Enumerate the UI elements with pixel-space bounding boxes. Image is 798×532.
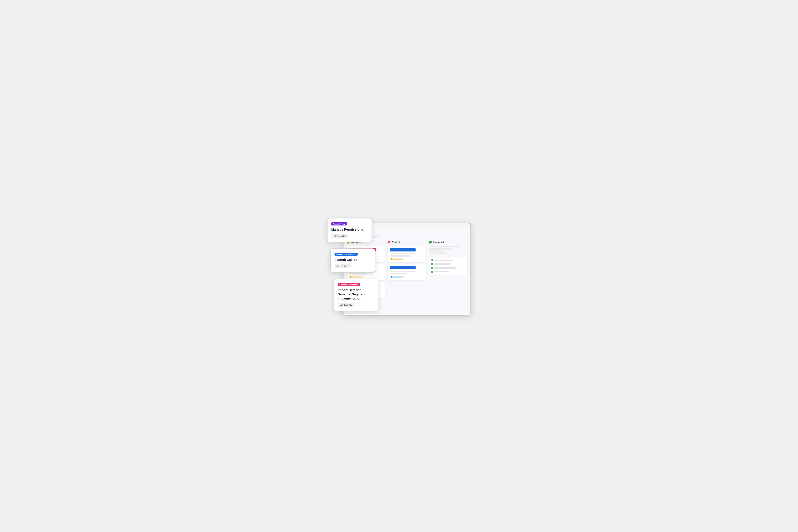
scene: ✏ In Progress: [327, 216, 471, 316]
kanban-card-bl-2[interactable]: [388, 264, 426, 280]
pill-line-orange3: [393, 259, 403, 260]
column-header-blocked: ■ Blocked: [388, 241, 426, 244]
card-line: [348, 273, 366, 274]
check-line: [434, 260, 453, 261]
card-line: [390, 273, 407, 274]
column-completed: ✓ Completed ✓: [429, 241, 467, 311]
check-mark-3: ✓: [431, 267, 432, 269]
card-date-pill-orange: [348, 276, 363, 278]
checklist-item-4: ✓: [431, 271, 466, 273]
completed-checklist: ✓ ✓ ✓: [429, 257, 467, 275]
card-tag-audience-management: Audience Management: [338, 283, 360, 286]
completed-label: Completed: [433, 241, 444, 243]
check-mark-1: ✓: [431, 260, 432, 261]
comp-line: [429, 253, 448, 254]
blocked-label: Blocked: [392, 241, 400, 243]
card-tag-launch-calls: Launch Calls & Training: [335, 252, 358, 256]
checklist-item-3: ✓: [431, 267, 466, 269]
card-date-1: Jun 15, 2022: [331, 234, 348, 238]
check-line: [434, 263, 450, 265]
card-date-pill-orange3: [390, 258, 404, 261]
comp-line: [429, 250, 444, 252]
card-title-manage-permissions: Manage Permissions: [331, 227, 368, 231]
kanban-card-bl-1[interactable]: [388, 246, 426, 262]
card-title-launch-call: Launch Call #1: [335, 258, 371, 262]
card-title-import-data: Import Data for Dynamic Segment Implemen…: [338, 288, 374, 301]
check-line: [434, 267, 457, 269]
card-tag-account-setup: Account Setup: [331, 222, 347, 226]
blocked-icon: ■: [388, 241, 391, 244]
card-line: [390, 255, 410, 256]
card-line: [390, 271, 417, 272]
card-bar-blue2: [390, 266, 416, 269]
completed-top-lines: [429, 246, 467, 254]
checkbox-4: ✓: [431, 271, 433, 273]
floating-card-launch-call[interactable]: Launch Calls & Training Launch Call #1 J…: [330, 248, 375, 272]
calendar-icon: [350, 276, 352, 278]
card-date-pill-blue: [390, 276, 404, 278]
pill-line-blue: [393, 277, 403, 278]
comp-line: [429, 248, 452, 250]
checklist-item-1: ✓: [431, 259, 466, 261]
check-mark-4: ✓: [431, 271, 432, 272]
card-date-2: Jun 15, 2022: [335, 264, 351, 268]
completed-icon: ✓: [429, 241, 432, 244]
column-blocked: ■ Blocked: [388, 241, 426, 311]
calendar-icon: [391, 258, 393, 260]
floating-card-import-data[interactable]: Audience Management Import Data for Dyna…: [334, 279, 378, 311]
checklist-item-2: ✓: [431, 263, 466, 265]
card-line: [390, 253, 417, 254]
checkbox-3: ✓: [431, 267, 433, 269]
card-date-3: Jun 15, 2022: [338, 303, 354, 307]
floating-card-manage-permissions[interactable]: Account Setup Manage Permissions Jun 15,…: [327, 218, 372, 242]
column-header-completed: ✓ Completed: [429, 241, 467, 244]
check-mark-2: ✓: [431, 263, 432, 265]
check-line: [434, 271, 449, 272]
comp-line: [429, 246, 460, 247]
checkbox-1: ✓: [431, 259, 433, 261]
card-bar-blue: [390, 248, 416, 251]
calendar-icon: [391, 276, 393, 278]
pill-line-orange: [352, 277, 362, 278]
checkbox-2: ✓: [431, 263, 433, 265]
